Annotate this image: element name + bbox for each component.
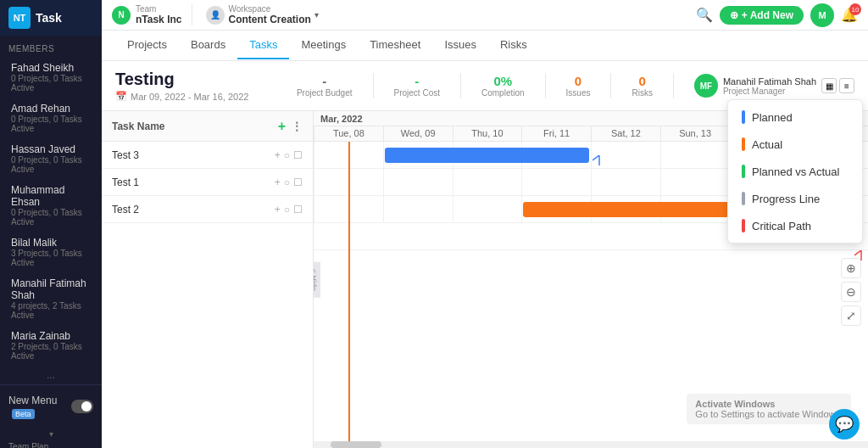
- dropdown-indicator: [742, 192, 745, 205]
- task-add-icon[interactable]: +: [275, 176, 281, 188]
- gantt-day-col: Sun, 13: [660, 126, 730, 141]
- add-new-button[interactable]: ⊕ + Add New: [720, 6, 804, 25]
- tab-timesheet[interactable]: Timesheet: [358, 31, 432, 59]
- list-view-icon[interactable]: ≡: [839, 78, 854, 93]
- workspace-type-selector[interactable]: 👤 Workspace Content Creation ▾: [199, 4, 318, 25]
- issues-label: Issues: [566, 88, 591, 98]
- add-new-label: + Add New: [742, 9, 793, 21]
- dropdown-item-critical-path[interactable]: Critical Path: [728, 212, 862, 239]
- view-icons[interactable]: ▦ ≡: [821, 78, 854, 93]
- hide-panel-button[interactable]: < Hide: [314, 261, 320, 297]
- activate-title: Activate Windows: [695, 399, 843, 409]
- activate-windows-notice: Activate Windows Go to Settings to activ…: [687, 394, 851, 424]
- gantt-grid-cell: [383, 196, 453, 222]
- user-stat-sub: Project Manager: [723, 87, 816, 96]
- notification-button[interactable]: 🔔 10: [841, 7, 858, 23]
- sidebar-member-item[interactable]: Muhammad Ehsan0 Projects, 0 Tasks Active: [0, 179, 102, 232]
- view-options-dropdown[interactable]: MF Manahil Fatimah Shah Project Manager …: [694, 74, 854, 98]
- today-marker: Today: [348, 142, 350, 441]
- task-edit-icon[interactable]: ○: [284, 204, 290, 216]
- stat-issues: 0 Issues: [566, 74, 591, 98]
- sidebar-member-item[interactable]: Bilal Malik3 Projects, 0 Tasks Active: [0, 232, 102, 272]
- sidebar-member-name: Muhammad Ehsan: [11, 184, 93, 208]
- workspace-arrow: ▾: [314, 10, 319, 20]
- task-edit-icon[interactable]: ○: [284, 149, 290, 161]
- stat-budget: - Project Budget: [297, 74, 353, 98]
- view-dropdown-menu: PlannedActualPlanned vs ActualProgress L…: [727, 99, 863, 244]
- team-plan-label: Team Plan: [8, 442, 93, 448]
- gantt-add-button[interactable]: +: [278, 119, 286, 134]
- dropdown-item-planned[interactable]: Planned: [728, 104, 862, 131]
- zoom-fit-button[interactable]: ⤢: [841, 305, 861, 326]
- dropdown-item-label: Actual: [752, 138, 782, 151]
- stat-cost: - Project Cost: [394, 74, 440, 98]
- dropdown-item-actual[interactable]: Actual: [728, 131, 862, 158]
- gantt-task-row: Test 3 + ○ ☐: [102, 142, 313, 169]
- user-stat-name: Manahil Fatimah Shah: [723, 76, 816, 87]
- dropdown-item-planned-vs-actual[interactable]: Planned vs Actual: [728, 158, 862, 185]
- sidebar-member-sub: 4 projects, 2 Tasks Active: [11, 301, 93, 320]
- search-icon[interactable]: 🔍: [696, 7, 713, 23]
- gantt-task-name: Test 1: [112, 176, 275, 188]
- workspace-icon: 👤: [206, 6, 225, 25]
- chat-button[interactable]: 💬: [829, 409, 860, 440]
- horizontal-scrollbar[interactable]: [314, 441, 868, 448]
- sidebar-more[interactable]: ...: [0, 366, 102, 384]
- sidebar-member-sub: 0 Projects, 0 Tasks Active: [11, 74, 93, 92]
- gantt-sidebar-panel: Task Name + ⋮ Test 3 + ○ ☐ Test 1 + ○ ☐ …: [102, 111, 314, 448]
- user-avatar[interactable]: M: [810, 3, 834, 27]
- notification-badge: 10: [849, 3, 861, 15]
- sidebar-member-item[interactable]: Hassan Javed0 Projects, 0 Tasks Active: [0, 138, 102, 179]
- new-menu-toggle[interactable]: [71, 400, 93, 413]
- sidebar-member-name: Manahil Fatimah Shah: [11, 277, 93, 301]
- issues-value: 0: [566, 74, 591, 88]
- tab-meetings[interactable]: Meetings: [289, 31, 358, 59]
- sidebar-member-item[interactable]: Amad Rehan0 Projects, 0 Tasks Active: [0, 98, 102, 138]
- gantt-grid-cell: [383, 169, 453, 195]
- gantt-day-col: Thu, 10: [453, 126, 522, 141]
- task-add-icon[interactable]: +: [275, 204, 281, 216]
- task-check-icon[interactable]: ☐: [293, 149, 303, 161]
- sidebar-member-name: Bilal Malik: [11, 237, 93, 249]
- zoom-out-button[interactable]: ⊖: [841, 282, 861, 302]
- tab-boards[interactable]: Boards: [179, 31, 237, 59]
- sidebar-member-item[interactable]: Fahad Sheikh0 Projects, 0 Tasks Active: [0, 57, 102, 98]
- gantt-grid-cell: [660, 169, 730, 195]
- sidebar-member-sub: 0 Projects, 0 Tasks Active: [11, 115, 93, 133]
- gantt-task-header: Task Name + ⋮: [102, 111, 313, 142]
- gantt-more-button[interactable]: ⋮: [291, 120, 303, 133]
- task-check-icon[interactable]: ☐: [293, 176, 303, 188]
- scrollbar-thumb[interactable]: [331, 441, 381, 448]
- workspace-details: Team nTask Inc: [136, 4, 181, 25]
- workspace-label: Workspace: [228, 4, 310, 14]
- tab-tasks[interactable]: Tasks: [237, 31, 289, 59]
- tab-risks[interactable]: Risks: [488, 31, 539, 59]
- sidebar-member-sub: 0 Projects, 0 Tasks Active: [11, 155, 93, 174]
- tab-issues[interactable]: Issues: [432, 31, 488, 59]
- gantt-bar-test3[interactable]: [385, 148, 589, 163]
- gantt-grid-cell: [591, 169, 660, 195]
- sidebar-members-list: Fahad Sheikh0 Projects, 0 Tasks ActiveAm…: [0, 57, 102, 366]
- task-edit-icon[interactable]: ○: [284, 176, 290, 188]
- gantt-task-list: Test 3 + ○ ☐ Test 1 + ○ ☐ Test 2 + ○ ☐: [102, 142, 313, 223]
- dropdown-item-label: Planned: [752, 111, 793, 124]
- dropdown-indicator: [742, 110, 745, 124]
- sidebar-member-item[interactable]: Manahil Fatimah Shah4 projects, 2 Tasks …: [0, 272, 102, 325]
- project-title: Testing: [115, 70, 248, 89]
- sidebar-member-sub: 2 Projects, 0 Tasks Active: [11, 342, 93, 361]
- sidebar-member-name: Hassan Javed: [11, 143, 93, 155]
- dropdown-item-label: Progress Line: [752, 193, 820, 205]
- sidebar-header: NT Task: [0, 0, 102, 36]
- grid-view-icon[interactable]: ▦: [821, 78, 837, 93]
- task-check-icon[interactable]: ☐: [293, 204, 303, 216]
- tab-projects[interactable]: Projects: [115, 31, 179, 59]
- sidebar-collapse-arrow[interactable]: ▾: [8, 426, 93, 442]
- nav-tabs-list: ProjectsBoardsTasksMeetingsTimesheetIssu…: [115, 31, 539, 59]
- task-add-icon[interactable]: +: [275, 149, 281, 161]
- dropdown-item-progress-line[interactable]: Progress Line: [728, 185, 862, 212]
- sidebar-member-item[interactable]: Maria Zainab2 Projects, 0 Tasks Active: [0, 325, 102, 366]
- project-stats: - Project Budget - Project Cost 0% Compl…: [297, 73, 854, 98]
- project-title-block: Testing 📅 Mar 09, 2022 - Mar 16, 2022: [115, 70, 248, 102]
- dropdown-item-label: Critical Path: [752, 220, 811, 232]
- gantt-grid-cell: [660, 142, 730, 168]
